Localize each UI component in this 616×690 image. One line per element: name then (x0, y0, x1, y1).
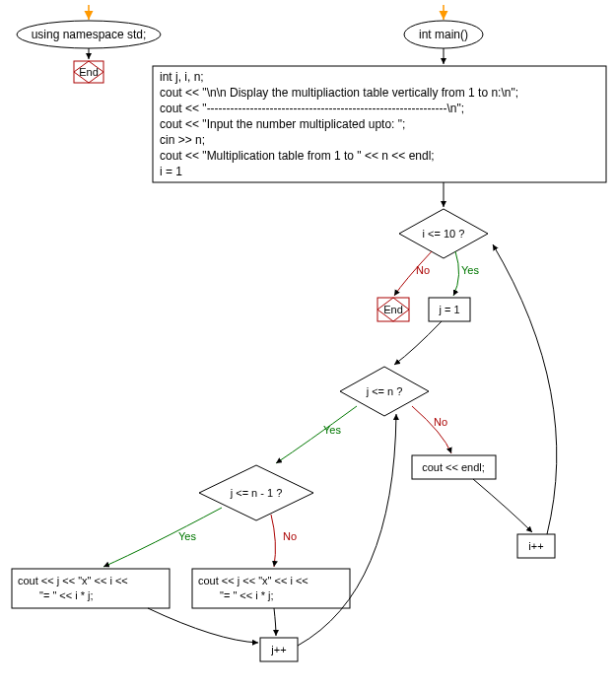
svg-text:i <= 10 ?: i <= 10 ? (423, 228, 465, 240)
label-yes-i: Yes (461, 264, 479, 276)
decision-i: i <= 10 ? (399, 209, 488, 258)
svg-text:cout << "Multiplication table : cout << "Multiplication table from 1 to … (160, 149, 435, 163)
main-end-node: End (377, 298, 409, 321)
svg-text:cout << endl;: cout << endl; (422, 461, 485, 473)
svg-text:j = 1: j = 1 (438, 304, 459, 315)
svg-text:"=  " << i * j;: "= " << i * j; (220, 589, 274, 601)
svg-text:cout << "\n\n Display the mult: cout << "\n\n Display the multipliaction… (160, 86, 518, 100)
svg-text:cin >> n;: cin >> n; (160, 133, 205, 147)
svg-text:cout << "---------------------: cout << "-------------------------------… (160, 102, 464, 115)
svg-text:i = 1: i = 1 (160, 165, 182, 178)
svg-text:cout << j << "x" << i <<: cout << j << "x" << i << (198, 575, 308, 586)
label-yes-jn1: Yes (178, 530, 196, 542)
left-end-node: End (74, 61, 103, 83)
namespace-text: using namespace std; (32, 28, 147, 41)
label-no-i: No (416, 264, 430, 276)
label-no-j: No (434, 416, 447, 428)
svg-text:j++: j++ (270, 644, 286, 656)
svg-text:cout << "Input the number mult: cout << "Input the number multiplicated … (160, 117, 405, 131)
main-text: int main() (419, 28, 468, 41)
svg-text:int j, i, n;: int j, i, n; (160, 70, 204, 84)
decision-jn1: j <= n - 1 ? (199, 465, 313, 520)
svg-text:"=  " << i * j;: "= " << i * j; (39, 589, 94, 601)
svg-text:End: End (79, 66, 99, 78)
svg-text:cout << j << "x" << i <<: cout << j << "x" << i << (18, 575, 128, 586)
svg-text:End: End (383, 304, 403, 315)
svg-text:j <= n ?: j <= n ? (366, 385, 403, 397)
label-yes-j: Yes (323, 424, 341, 436)
label-no-jn1: No (283, 530, 297, 542)
svg-text:j <= n - 1 ?: j <= n - 1 ? (230, 487, 283, 499)
svg-text:i++: i++ (528, 540, 543, 552)
